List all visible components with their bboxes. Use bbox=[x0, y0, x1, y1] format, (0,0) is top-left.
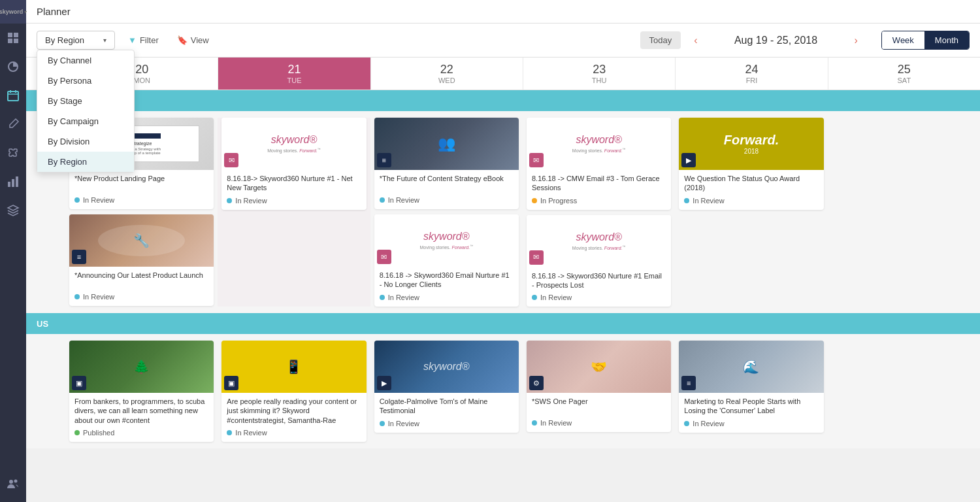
next-arrow[interactable]: › bbox=[849, 32, 863, 49]
status-label: In Review bbox=[540, 419, 572, 427]
card-sws-one-pager[interactable]: 🤝 ⚙ *SWS One Pager In Review bbox=[527, 341, 671, 432]
status-label: In Review bbox=[388, 196, 419, 204]
card-status: In Review bbox=[532, 293, 666, 301]
gear-icon: ⚙ bbox=[529, 376, 544, 390]
app-logo: skyword ▾ bbox=[0, 0, 26, 24]
sidebar-icon-layers[interactable] bbox=[0, 197, 26, 224]
sidebar-icon-edit[interactable] bbox=[0, 111, 26, 137]
today-button[interactable]: Today bbox=[640, 31, 681, 49]
day-col-thu: skyword® Moving stories. Forward.™ ✉ 8.1… bbox=[523, 118, 675, 307]
video-icon: ▶ bbox=[681, 153, 696, 167]
month-toggle-btn[interactable]: Month bbox=[924, 31, 969, 49]
card-status-quo[interactable]: Forward. 2018 ▶ We Question The Status Q… bbox=[679, 118, 823, 210]
status-label: In Review bbox=[388, 420, 419, 427]
card-ebook[interactable]: 👥 ≡ *The Future of Content Strategy eBoo… bbox=[374, 118, 519, 209]
status-dot bbox=[227, 198, 232, 203]
status-label: In Progress bbox=[540, 197, 577, 205]
card-title: 8.16.18 -> CMW Email #3 - Tom Gerace Ses… bbox=[532, 174, 666, 193]
day-header-tue: 21 TUE bbox=[218, 58, 370, 90]
card-bankers[interactable]: 🌲 ▣ From bankers, to programmers, to scu… bbox=[69, 341, 214, 442]
card-nurture[interactable]: skyword® Moving stories. Forward.™ ✉ 8.1… bbox=[221, 118, 366, 210]
email-icon: ✉ bbox=[377, 250, 391, 264]
status-dot bbox=[380, 421, 385, 426]
status-label: In Review bbox=[83, 196, 114, 204]
us-day-col-wed: skyword® ▶ Colgate-Palmolive Tom's of Ma… bbox=[370, 341, 523, 442]
card-title: *Announcing Our Latest Product Launch bbox=[74, 271, 208, 289]
dropdown-item-persona[interactable]: By Persona bbox=[37, 71, 134, 91]
dropdown-item-region[interactable]: By Region bbox=[37, 152, 134, 172]
svg-rect-2 bbox=[8, 39, 12, 43]
card-marketing-real-people[interactable]: 🌊 ≡ Marketing to Real People Starts with… bbox=[679, 341, 823, 433]
us-day-col-fri: 🌊 ≡ Marketing to Real People Starts with… bbox=[675, 341, 827, 442]
section-cards-us: 🌲 ▣ From bankers, to programmers, to scu… bbox=[26, 334, 980, 448]
card-status: In Review bbox=[74, 196, 208, 204]
doc-icon: ≡ bbox=[681, 376, 696, 390]
day-col-wed: 👥 ≡ *The Future of Content Strategy eBoo… bbox=[370, 118, 523, 307]
prev-arrow[interactable]: ‹ bbox=[689, 32, 702, 49]
day-header-wed: 22 WED bbox=[370, 58, 523, 90]
sidebar: skyword ▾ bbox=[0, 0, 26, 502]
svg-rect-3 bbox=[14, 39, 18, 43]
day-header-sat: 25 SAT bbox=[828, 58, 980, 90]
doc-icon: ≡ bbox=[377, 153, 391, 167]
sidebar-icon-grid[interactable] bbox=[0, 25, 26, 51]
dropdown-item-stage[interactable]: By Stage bbox=[37, 91, 134, 111]
sidebar-icon-puzzle[interactable] bbox=[0, 140, 26, 166]
card-cmw-email[interactable]: skyword® Moving stories. Forward.™ ✉ 8.1… bbox=[527, 118, 671, 210]
us-day-col-mon: 🌲 ▣ From bankers, to programmers, to scu… bbox=[65, 341, 218, 442]
region-select-button[interactable]: By Region ▾ bbox=[37, 31, 115, 50]
dropdown-item-channel[interactable]: By Channel bbox=[37, 50, 134, 71]
card-status: Published bbox=[74, 429, 208, 437]
filter-button[interactable]: ▼ Filter bbox=[123, 33, 164, 48]
card-title: 8.16.18 -> Skyword360 Nurture #1 Email -… bbox=[532, 271, 666, 290]
status-dot bbox=[227, 430, 232, 435]
card-status: In Review bbox=[684, 197, 818, 205]
week-toggle-btn[interactable]: Week bbox=[882, 31, 924, 49]
sidebar-icon-chart[interactable] bbox=[0, 54, 26, 80]
status-dot bbox=[74, 197, 80, 203]
svg-rect-5 bbox=[8, 92, 18, 101]
article-icon: ▣ bbox=[224, 376, 238, 390]
svg-rect-7 bbox=[12, 179, 14, 187]
status-label: In Review bbox=[235, 197, 267, 205]
card-title: Colgate-Palmolive Tom's of Maine Testimo… bbox=[380, 397, 514, 416]
svg-point-9 bbox=[9, 480, 13, 484]
us-day-col-sat bbox=[828, 341, 980, 442]
toolbar: By Region ▾ By Channel By Persona By Sta… bbox=[26, 24, 980, 58]
card-email-nurture-nolonger[interactable]: skyword® Moving stories. Forward.™ ✉ 8.1… bbox=[374, 214, 519, 307]
status-dot bbox=[684, 198, 689, 203]
dropdown-item-division[interactable]: By Division bbox=[37, 131, 134, 152]
page-title: Planner bbox=[37, 6, 71, 17]
card-skimming[interactable]: 📱 ▣ Are people really reading your conte… bbox=[221, 341, 366, 442]
chevron-down-icon: ▾ bbox=[103, 37, 106, 44]
card-title: Marketing to Real People Starts with Los… bbox=[684, 397, 818, 416]
card-product-launch[interactable]: 🔧 ≡ *Announcing Our Latest Product Launc… bbox=[69, 214, 214, 306]
status-dot bbox=[380, 197, 385, 203]
card-status: In Review bbox=[380, 196, 514, 204]
status-label: In Review bbox=[693, 420, 724, 427]
card-status: In Review bbox=[380, 293, 514, 301]
status-label: In Review bbox=[388, 293, 419, 301]
svg-rect-6 bbox=[8, 182, 10, 187]
status-dot bbox=[74, 294, 80, 299]
card-status: In Review bbox=[227, 429, 361, 437]
status-label: In Review bbox=[693, 197, 724, 205]
sidebar-icon-calendar[interactable] bbox=[0, 82, 26, 109]
status-dot bbox=[684, 421, 689, 426]
status-dot bbox=[532, 420, 537, 426]
calendar-header: 20 MON 21 TUE 22 WED 23 THU 24 FRI 25 SA… bbox=[26, 58, 980, 90]
view-label: View bbox=[191, 35, 209, 45]
doc-icon: ≡ bbox=[72, 250, 86, 264]
dropdown-item-campaign[interactable]: By Campaign bbox=[37, 111, 134, 131]
card-colgate[interactable]: skyword® ▶ Colgate-Palmolive Tom's of Ma… bbox=[374, 341, 519, 433]
view-button[interactable]: 🔖 View bbox=[172, 33, 214, 48]
sidebar-icon-users[interactable] bbox=[0, 471, 26, 497]
card-title: From bankers, to programmers, to scuba d… bbox=[74, 397, 208, 425]
svg-point-10 bbox=[14, 480, 18, 483]
card-nurture-prospects[interactable]: skyword® Moving stories. Forward.™ ✉ 8.1… bbox=[527, 215, 671, 307]
svg-rect-8 bbox=[16, 176, 18, 187]
filter-label: Filter bbox=[140, 35, 159, 45]
sidebar-icon-stats[interactable] bbox=[0, 169, 26, 195]
card-status: In Review bbox=[532, 419, 666, 427]
day-header-fri: 24 FRI bbox=[675, 58, 827, 90]
